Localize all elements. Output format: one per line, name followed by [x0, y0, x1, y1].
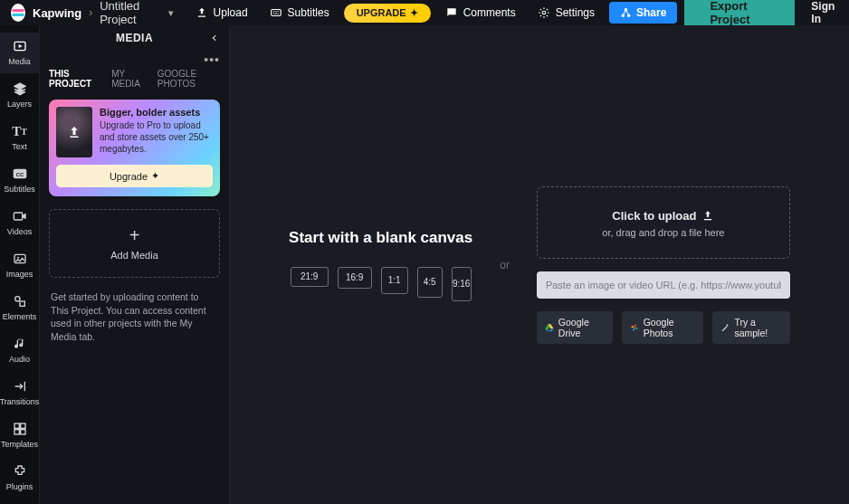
project-menu-chevron-icon[interactable]: ▾	[168, 7, 174, 19]
try-sample-button[interactable]: Try a sample!	[712, 311, 789, 344]
svg-rect-19	[14, 430, 19, 434]
text-icon: TT	[12, 123, 28, 139]
breadcrumb-separator: ›	[89, 6, 92, 19]
kapwing-logo[interactable]	[11, 4, 25, 22]
share-icon	[620, 7, 632, 19]
promo-upgrade-button[interactable]: Upgrade ✦	[56, 165, 213, 187]
subtitles-icon: CC	[12, 166, 28, 182]
upload-icon	[701, 209, 714, 222]
gear-icon	[538, 6, 550, 19]
wand-icon	[720, 322, 730, 333]
url-input[interactable]	[537, 271, 790, 299]
svg-marker-9	[18, 44, 22, 48]
blank-canvas-title: Start with a blank canvas	[289, 229, 472, 247]
upload-button[interactable]: Upload	[188, 3, 255, 23]
tool-rail: Media Layers TT Text CC Subtitles Videos…	[0, 25, 40, 504]
svg-point-14	[17, 257, 19, 259]
ratio-16-9[interactable]: 16:9	[338, 267, 372, 289]
share-button[interactable]: Share	[609, 2, 677, 24]
upload-dropzone[interactable]: Click to upload or, drag and drop a file…	[537, 186, 790, 259]
settings-button[interactable]: Settings	[530, 3, 602, 23]
templates-icon	[12, 421, 28, 437]
rail-text[interactable]: TT Text	[0, 118, 40, 158]
ratio-21-9[interactable]: 21:9	[291, 267, 329, 287]
svg-text:CC: CC	[272, 11, 279, 15]
rail-record[interactable]: Record	[0, 500, 40, 504]
svg-rect-16	[20, 301, 24, 306]
sparkle-icon: ✦	[410, 7, 418, 19]
comments-button[interactable]: Comments	[438, 3, 523, 23]
google-photos-icon	[630, 322, 639, 333]
rail-layers[interactable]: Layers	[0, 75, 40, 116]
svg-rect-18	[20, 423, 24, 428]
promo-description: Upgrade to Pro to upload and store asset…	[100, 119, 213, 155]
promo-thumbnail	[56, 107, 92, 157]
upgrade-promo-card: Bigger, bolder assets Upgrade to Pro to …	[49, 100, 220, 196]
panel-title: MEDIA	[116, 32, 153, 44]
add-media-button[interactable]: + Add Media	[49, 209, 220, 278]
rail-subtitles[interactable]: CC Subtitles	[0, 160, 40, 201]
plus-icon: +	[129, 226, 140, 244]
google-drive-button[interactable]: Google Drive	[537, 311, 613, 344]
rail-transitions[interactable]: Transitions	[0, 373, 40, 414]
ratio-4-5[interactable]: 4:5	[417, 267, 443, 298]
layers-icon	[12, 81, 28, 97]
rail-templates[interactable]: Templates	[0, 415, 40, 456]
collapse-panel-button[interactable]	[205, 29, 224, 47]
media-icon	[12, 38, 28, 54]
videos-icon	[12, 208, 28, 224]
promo-title: Bigger, bolder assets	[100, 107, 213, 118]
dropzone-subtitle: or, drag and drop a file here	[545, 227, 782, 238]
rail-elements[interactable]: Elements	[0, 288, 40, 328]
ratio-1-1[interactable]: 1:1	[381, 267, 408, 294]
svg-rect-0	[13, 9, 24, 12]
google-photos-button[interactable]: Google Photos	[622, 311, 704, 344]
sign-in-link[interactable]: Sign In	[811, 0, 838, 25]
or-separator: or	[500, 259, 510, 271]
rail-videos[interactable]: Videos	[0, 203, 40, 243]
cc-icon: CC	[270, 6, 282, 19]
dropzone-title: Click to upload	[612, 209, 696, 223]
svg-rect-17	[14, 423, 19, 428]
svg-text:CC: CC	[15, 172, 24, 177]
chevron-left-icon	[210, 33, 219, 43]
canvas-area: Start with a blank canvas 21:9 16:9 1:1 …	[230, 25, 849, 504]
subtitles-button[interactable]: CC Subtitles	[262, 3, 337, 23]
audio-icon	[12, 336, 28, 352]
transitions-icon	[12, 378, 28, 395]
rail-audio[interactable]: Audio	[0, 330, 40, 371]
tab-this-project[interactable]: THIS PROJECT	[49, 69, 100, 89]
sparkle-icon: ✦	[151, 170, 159, 182]
comment-icon	[445, 6, 458, 19]
plugins-icon	[12, 463, 28, 480]
google-drive-icon	[545, 322, 554, 333]
svg-point-4	[542, 11, 546, 14]
svg-point-15	[14, 297, 19, 301]
elements-icon	[12, 293, 28, 309]
project-name[interactable]: Untitled Project	[100, 0, 158, 26]
tab-google-photos[interactable]: GOOGLE PHOTOS	[157, 69, 220, 89]
panel-helper-text: Get started by uploading content to This…	[51, 290, 218, 344]
rail-media[interactable]: Media	[0, 33, 40, 73]
svg-rect-20	[20, 430, 24, 434]
upload-arrow-icon	[66, 124, 82, 140]
panel-more-button[interactable]: •••	[40, 51, 229, 69]
images-icon	[12, 251, 28, 267]
brand-name: Kapwing	[33, 6, 81, 20]
rail-images[interactable]: Images	[0, 245, 40, 286]
svg-rect-23	[71, 137, 79, 138]
rail-plugins[interactable]: Plugins	[0, 458, 40, 499]
upload-icon	[196, 6, 208, 19]
media-panel: MEDIA ••• THIS PROJECT MY MEDIA GOOGLE P…	[40, 25, 230, 504]
upgrade-pill[interactable]: UPGRADE ✦	[344, 4, 431, 23]
tab-my-media[interactable]: MY MEDIA	[111, 69, 147, 89]
ratio-9-16[interactable]: 9:16	[452, 267, 472, 301]
svg-rect-1	[13, 14, 24, 16]
svg-rect-12	[14, 213, 22, 220]
